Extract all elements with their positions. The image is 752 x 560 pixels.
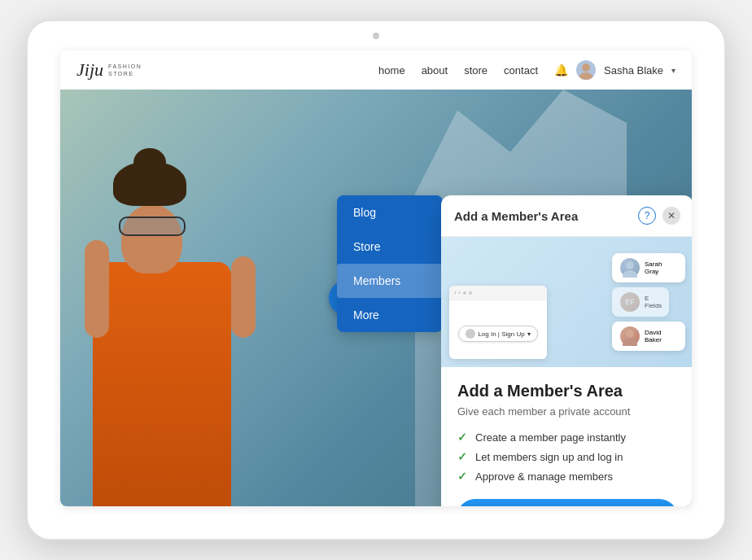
panel-main-title: Add a Member's Area [457,382,677,400]
panel-help-button[interactable]: ? [638,207,656,225]
person-body [93,262,231,506]
svg-point-0 [582,63,590,72]
preview-login-btn: Log In | Sign Up ▾ [458,326,537,342]
feature-item-1: ✓ Create a member page instantly [457,431,677,444]
person-glasses [119,217,186,236]
nav-about[interactable]: about [422,64,448,77]
nav-user-area: 🔔 Sasha Blake ▾ [554,60,675,80]
feature-item-2: ✓ Let members sign up and log in [457,450,677,463]
svg-point-1 [579,72,593,80]
avatar-sarah-name: Sarah Gray [645,260,677,275]
brand-script: Jiju [77,61,103,79]
svg-point-2 [626,261,634,269]
tablet-camera [373,33,379,39]
hero-person [77,131,272,506]
feature-text-3: Approve & manage members [475,470,613,483]
panel-preview-area: ‹ › Log In | Sign Up ▾ [441,237,692,367]
panel-title: Add a Member's Area [454,209,638,223]
brand: Jiju FASHION STORE [77,61,142,79]
preview-website-mockup: ‹ › Log In | Sign Up ▾ [449,286,547,359]
check-icon-3: ✓ [457,470,467,483]
feature-text-2: Let members sign up and log in [475,451,623,463]
bell-icon[interactable]: 🔔 [554,63,568,77]
check-icon-2: ✓ [457,450,467,463]
avatar-fields: EF [620,292,640,312]
add-dropdown-menu: Blog Store Members More [337,195,443,332]
panel-close-button[interactable]: ✕ [662,207,680,225]
dropdown-item-blog[interactable]: Blog [337,195,443,230]
preview-nav-icons: ‹ › [454,289,461,296]
panel-header: Add a Member's Area ? ✕ [441,195,692,237]
avatar-card-sarah: Sarah Gray [612,253,685,282]
avatar [576,60,596,80]
check-icon-1: ✓ [457,431,467,444]
tablet-frame: Jiju FASHION STORE home about store cont… [26,20,726,540]
preview-login-text: Log In | Sign Up [478,330,524,338]
panel-content: Add a Member's Area Give each member a p… [441,367,692,506]
avatar-fields-name: E Fields [645,295,662,309]
nav-chevron-icon[interactable]: ▾ [671,66,675,75]
person-right-arm [231,256,256,338]
members-area-panel: Add a Member's Area ? ✕ ‹ › [441,195,692,506]
person-head [121,204,182,273]
preview-mockup-bar: ‹ › [449,286,547,300]
avatar-card-fields: EF E Fields [612,287,669,317]
preview-dot-1 [463,291,466,295]
login-icon [466,329,475,339]
feature-text-1: Create a member page instantly [475,431,626,444]
svg-point-5 [623,339,637,346]
avatar-david-name: David Baker [645,329,677,343]
person-left-arm [85,240,109,338]
website-mockup: Jiju FASHION STORE home about store cont… [60,50,692,506]
panel-subtitle: Give each member a private account [457,405,677,418]
svg-point-3 [623,270,637,278]
nav-links: home about store contact [378,64,538,77]
hero-section: + Blog Store Members More Add a Member's… [60,90,692,506]
nav-bar: Jiju FASHION STORE home about store cont… [60,50,692,90]
preview-dot-2 [469,291,472,295]
panel-features-list: ✓ Create a member page instantly ✓ Let m… [457,431,677,483]
nav-username: Sasha Blake [604,64,663,77]
dropdown-item-members[interactable]: Members [337,264,443,298]
avatar-david [620,326,640,346]
nav-home[interactable]: home [378,64,405,77]
preview-login-chevron: ▾ [527,330,531,338]
person-hair-bun [133,148,166,177]
preview-avatars: Sarah Gray EF E Fields [612,253,685,351]
brand-sub-line1: FASHION [108,63,142,70]
avatar-card-david: David Baker [612,322,685,351]
feature-item-3: ✓ Approve & manage members [457,470,677,483]
add-to-site-button[interactable]: Add to Site [457,499,677,506]
svg-point-4 [626,330,634,338]
brand-sub-line2: STORE [108,70,142,77]
dropdown-item-more[interactable]: More [337,298,443,332]
dropdown-item-store[interactable]: Store [337,230,443,264]
nav-store[interactable]: store [464,64,487,77]
avatar-sarah [620,258,640,278]
nav-contact[interactable]: contact [504,64,538,77]
